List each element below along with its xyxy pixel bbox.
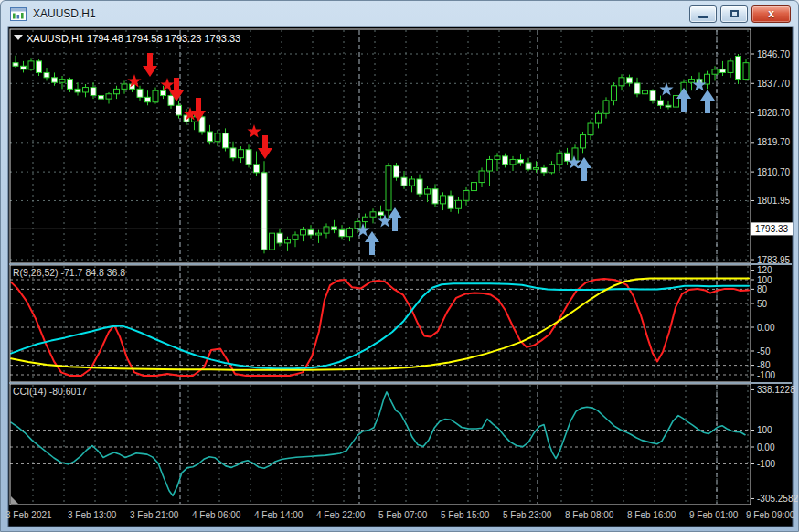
candle-body bbox=[59, 80, 65, 83]
time-label: 4 Feb 22:00 bbox=[316, 510, 366, 520]
candle-body bbox=[441, 196, 446, 204]
time-label: 3 Feb 21:00 bbox=[130, 510, 179, 520]
title-bar[interactable]: XAUUSD,H1 x bbox=[1, 1, 798, 27]
candle-body bbox=[68, 80, 73, 90]
candle-body bbox=[565, 153, 570, 161]
candle-body bbox=[743, 63, 749, 80]
candle-body bbox=[588, 123, 593, 135]
candle-body bbox=[712, 69, 718, 74]
price-tick-label: 1819.70 bbox=[757, 137, 791, 147]
candle-body bbox=[270, 233, 275, 250]
chart-icon bbox=[10, 7, 27, 21]
time-label: 8 Feb 08:00 bbox=[565, 510, 614, 520]
candle-body bbox=[432, 189, 438, 204]
ohlc-info: XAUUSD,H1 1794.48 1794.58 1793.23 1793.3… bbox=[14, 33, 240, 44]
candle-body bbox=[21, 66, 27, 69]
candle-body bbox=[410, 179, 415, 186]
current-price-label: 1793.33 bbox=[755, 224, 789, 234]
time-label: 3 Feb 13:00 bbox=[68, 510, 117, 520]
cci-tick-label: 338.1228 bbox=[757, 385, 795, 395]
wpr-label: R(9,26,52) -71.7 84.8 36.8 bbox=[13, 267, 125, 278]
wpr-tick-label: 120 bbox=[757, 265, 772, 275]
candle-body bbox=[277, 233, 282, 243]
wpr-tick-label: -80 bbox=[757, 360, 771, 370]
candle-body bbox=[13, 63, 18, 67]
restore-button[interactable] bbox=[720, 5, 748, 23]
cci-label: CCI(14) -80.6017 bbox=[13, 386, 87, 397]
time-label: 5 Feb 15:00 bbox=[441, 510, 490, 520]
candle-body bbox=[612, 86, 617, 101]
candle-body bbox=[99, 96, 104, 100]
wpr-tick-label: 50 bbox=[757, 299, 768, 309]
candle-body bbox=[603, 101, 609, 113]
candle-body bbox=[518, 159, 524, 163]
candle-body bbox=[301, 230, 306, 235]
candle-body bbox=[161, 90, 166, 95]
pane-splitter[interactable] bbox=[9, 263, 792, 265]
candle-body bbox=[448, 196, 453, 208]
pane-splitter[interactable] bbox=[9, 382, 792, 384]
candle-body bbox=[75, 89, 80, 92]
candle-body bbox=[495, 156, 500, 160]
candle-body bbox=[705, 74, 710, 84]
candle-body bbox=[199, 117, 205, 132]
time-label: 9 Feb 01:00 bbox=[689, 510, 739, 520]
time-label: 4 Feb 06:00 bbox=[192, 510, 241, 520]
candle-body bbox=[728, 61, 733, 73]
candle-body bbox=[370, 212, 376, 217]
candle-body bbox=[230, 148, 236, 158]
candle-body bbox=[386, 166, 391, 210]
minimize-button[interactable] bbox=[689, 5, 717, 23]
candle-body bbox=[401, 177, 407, 186]
time-label: 5 Feb 07:00 bbox=[378, 510, 428, 520]
price-tick-label: 1783.95 bbox=[757, 255, 791, 265]
cci-tick-label: 0.00 bbox=[757, 442, 775, 452]
candle-body bbox=[168, 96, 174, 106]
candle-body bbox=[106, 94, 112, 99]
candle-body bbox=[487, 159, 493, 171]
chart-window: 1846.701837.701828.701819.701810.701801.… bbox=[0, 0, 799, 532]
candle-body bbox=[596, 113, 602, 123]
candle-body bbox=[347, 229, 353, 237]
candle-body bbox=[145, 97, 151, 101]
candle-body bbox=[689, 80, 695, 83]
candle-body bbox=[114, 89, 120, 93]
time-label: 9 Feb 09:00 bbox=[746, 510, 795, 520]
candle-body bbox=[308, 230, 314, 235]
window-controls: x bbox=[689, 5, 793, 23]
candle-body bbox=[176, 105, 182, 115]
candle-body bbox=[619, 78, 624, 86]
candle-body bbox=[581, 135, 586, 148]
restore-icon bbox=[730, 10, 739, 17]
candle-body bbox=[534, 167, 539, 169]
candle-body bbox=[503, 156, 508, 165]
minimize-icon bbox=[698, 16, 708, 18]
candle-body bbox=[153, 90, 158, 102]
candle-body bbox=[293, 235, 298, 239]
candle-body bbox=[510, 159, 516, 164]
candle-body bbox=[137, 89, 143, 97]
time-label: 3 Feb 2021 bbox=[5, 510, 52, 520]
ohlc-text: XAUUSD,H1 1794.48 1794.58 1793.23 1793.3… bbox=[27, 33, 240, 44]
price-tick-label: 1846.70 bbox=[757, 49, 791, 59]
candle-body bbox=[417, 179, 422, 194]
candle-body bbox=[541, 167, 547, 172]
candle-body bbox=[650, 90, 655, 101]
price-tick-label: 1810.70 bbox=[757, 167, 791, 177]
price-tick-label: 1801.95 bbox=[757, 196, 791, 206]
candle-body bbox=[363, 217, 368, 221]
chart-canvas[interactable]: 1846.701837.701828.701819.701810.701801.… bbox=[1, 1, 799, 532]
candle-body bbox=[736, 57, 741, 80]
wpr-tick-label: 100 bbox=[757, 275, 772, 285]
candle-body bbox=[666, 105, 671, 107]
close-button[interactable]: x bbox=[751, 5, 791, 23]
candle-body bbox=[208, 132, 213, 142]
candle-body bbox=[122, 84, 127, 89]
candle-body bbox=[355, 222, 360, 229]
candle-body bbox=[549, 165, 555, 173]
candle-body bbox=[246, 150, 251, 165]
candle-body bbox=[627, 78, 633, 83]
candle-body bbox=[52, 78, 58, 82]
close-icon: x bbox=[768, 8, 774, 19]
candle-body bbox=[44, 72, 49, 77]
